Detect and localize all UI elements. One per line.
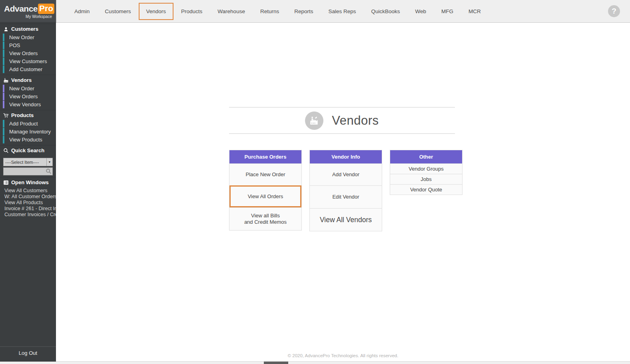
- sidebar-item-manage-inventory[interactable]: Manage Inventory: [3, 128, 56, 135]
- tab-mfg[interactable]: MFG: [434, 4, 461, 19]
- tab-vendors[interactable]: Vendors: [139, 3, 174, 20]
- sidebar-section-vendors: Vendors: [0, 75, 56, 85]
- sidebar-section-customers: Customers: [0, 24, 56, 34]
- page-title: Vendors: [332, 113, 379, 128]
- button-label: Jobs: [421, 176, 431, 183]
- card-other: Other Vendor Groups Jobs Vendor Quote: [390, 150, 463, 195]
- page-header: Vendors: [229, 107, 455, 134]
- sidebar-section-quick-search: Quick Search: [0, 145, 56, 155]
- factory-icon: [3, 78, 9, 83]
- open-window-all-customer-orders[interactable]: W: All Customer Orders: [0, 194, 56, 200]
- sidebar-section-products: Products: [0, 110, 56, 120]
- button-label: Place New Order: [246, 171, 285, 178]
- sidebar-item-view-orders[interactable]: View Orders: [3, 50, 56, 57]
- tab-quickbooks[interactable]: QuickBooks: [364, 4, 408, 19]
- button-label: View All Orders: [248, 193, 283, 200]
- button-label: Edit Vendor: [332, 194, 359, 200]
- tab-reports[interactable]: Reports: [287, 4, 321, 19]
- tab-web[interactable]: Web: [408, 4, 434, 19]
- jobs-button[interactable]: Jobs: [390, 174, 462, 184]
- user-icon: [3, 26, 9, 32]
- top-navigation: Admin Customers Vendors Products Warehou…: [56, 0, 630, 23]
- quick-search-select[interactable]: ----Select Item---- ▼: [3, 158, 53, 166]
- tab-mcr[interactable]: MCR: [461, 4, 488, 19]
- sidebar-item-vendor-view-orders[interactable]: View Orders: [3, 93, 56, 100]
- card-vendor-info: Vendor Info Add Vendor Edit Vendor View …: [309, 150, 382, 231]
- sidebar-section-title: Products: [11, 112, 34, 118]
- view-all-orders-button[interactable]: View All Orders: [229, 185, 301, 207]
- horizontal-scrollbar[interactable]: [0, 361, 630, 364]
- copyright-text: © 2020, AdvancePro Technologies. All rig…: [56, 353, 630, 358]
- tab-customers[interactable]: Customers: [97, 4, 138, 19]
- card-header-other: Other: [390, 150, 462, 163]
- tab-admin[interactable]: Admin: [67, 4, 97, 19]
- sidebar-item-vendor-new-order[interactable]: New Order: [3, 85, 56, 92]
- tab-warehouse[interactable]: Warehouse: [210, 4, 253, 19]
- place-new-order-button[interactable]: Place New Order: [229, 163, 301, 185]
- chevron-down-icon[interactable]: ▼: [46, 158, 52, 166]
- button-label: View All Vendors: [320, 217, 372, 223]
- vendor-cards: Purchase Orders Place New Order View All…: [229, 150, 463, 231]
- sidebar-item-pos[interactable]: POS: [3, 42, 56, 49]
- card-purchase-orders: Purchase Orders Place New Order View All…: [229, 150, 302, 231]
- app-logo: Advance Pro My Workspace: [0, 0, 56, 22]
- open-window-invoice-261[interactable]: Invoice # 261 - Direct Inv: [0, 206, 56, 212]
- cart-icon: [3, 113, 9, 118]
- brand-name-left: Advance: [4, 4, 38, 14]
- sidebar-item-view-customers[interactable]: View Customers: [3, 58, 56, 65]
- sidebar-item-view-vendors[interactable]: View Vendors: [3, 101, 56, 108]
- sidebar-item-add-customer[interactable]: Add Customer: [3, 66, 56, 73]
- tab-sales-reps[interactable]: Sales Reps: [321, 4, 363, 19]
- sidebar-item-new-order[interactable]: New Order: [3, 34, 56, 41]
- open-windows-title: Open Windows: [11, 179, 49, 185]
- sidebar-section-title: Customers: [11, 26, 38, 32]
- help-icon[interactable]: ?: [608, 5, 620, 17]
- sidebar-section-title: Vendors: [11, 77, 32, 83]
- button-label-line1: View all Bills: [251, 213, 280, 219]
- sidebar: Advance Pro My Workspace Customers New O…: [0, 0, 56, 362]
- button-label: Vendor Quote: [410, 187, 442, 193]
- search-icon[interactable]: [46, 168, 52, 174]
- button-label: Add Vendor: [332, 171, 359, 178]
- tab-products[interactable]: Products: [173, 4, 210, 19]
- open-window-customer-invoices[interactable]: Customer Invoices / Cred: [0, 212, 56, 218]
- button-label-line2: and Credit Memos: [244, 219, 287, 225]
- vendor-quote-button[interactable]: Vendor Quote: [390, 184, 462, 195]
- search-icon: [3, 148, 9, 153]
- add-vendor-button[interactable]: Add Vendor: [310, 163, 382, 185]
- sidebar-item-view-products[interactable]: View Products: [3, 136, 56, 143]
- brand-name-right: Pro: [38, 4, 54, 14]
- vendors-factory-icon: [305, 111, 323, 130]
- open-windows-list: View All Customers W: All Customer Order…: [0, 188, 56, 218]
- sidebar-customers-items: New Order POS View Orders View Customers…: [0, 34, 56, 73]
- sidebar-products-items: Add Product Manage Inventory View Produc…: [0, 120, 56, 143]
- vendor-groups-button[interactable]: Vendor Groups: [390, 163, 462, 174]
- sidebar-item-add-product[interactable]: Add Product: [3, 120, 56, 127]
- logout-button[interactable]: Log Out: [0, 346, 56, 361]
- open-window-view-all-customers[interactable]: View All Customers: [0, 188, 56, 194]
- card-header-vendor-info: Vendor Info: [310, 150, 382, 163]
- open-window-view-all-products[interactable]: View All Products: [0, 200, 56, 206]
- card-header-purchase-orders: Purchase Orders: [229, 150, 301, 163]
- brand-subtitle: My Workspace: [4, 14, 53, 19]
- sidebar-vendors-items: New Order View Orders View Vendors: [0, 85, 56, 108]
- view-all-bills-button[interactable]: View all Bills and Credit Memos: [229, 207, 301, 230]
- scrollbar-thumb[interactable]: [264, 362, 288, 364]
- quick-search-title: Quick Search: [11, 147, 44, 153]
- button-label: Vendor Groups: [409, 166, 443, 172]
- main-content: Vendors Purchase Orders Place New Order …: [56, 23, 630, 364]
- edit-vendor-button[interactable]: Edit Vendor: [310, 185, 382, 208]
- view-all-vendors-button[interactable]: View All Vendors: [310, 208, 382, 231]
- tab-returns[interactable]: Returns: [253, 4, 287, 19]
- list-icon: [3, 180, 9, 185]
- sidebar-section-open-windows: Open Windows: [0, 177, 56, 187]
- quick-search-select-value: ----Select Item----: [4, 160, 46, 165]
